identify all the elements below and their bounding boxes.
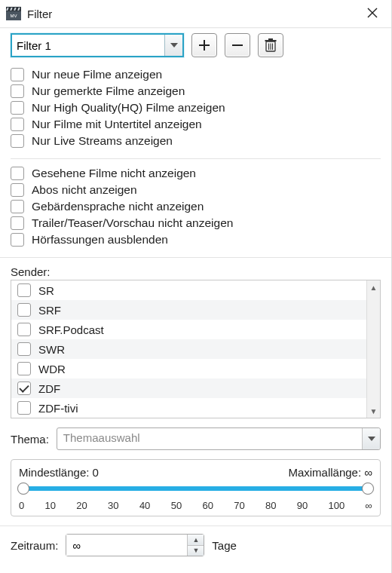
sender-label: Sender:	[0, 262, 391, 280]
zeitraum-unit: Tage	[212, 539, 237, 552]
checkbox-label: Nur gemerkte Filme anzeigen	[32, 84, 185, 98]
slider-tick: 90	[297, 500, 308, 511]
sender-label: SWR	[38, 343, 65, 356]
minus-icon	[231, 39, 243, 51]
checkbox-label: Gesehene Filme nicht anzeigen	[32, 167, 196, 180]
spinner-buttons: ▲ ▼	[187, 535, 204, 556]
thema-placeholder: Themaauswahl	[57, 428, 362, 449]
remove-filter-button[interactable]	[225, 33, 250, 57]
slider-labels: Mindestlänge: 0 Maximallänge: ∞	[19, 466, 372, 479]
toolbar	[0, 29, 391, 65]
chevron-down-icon[interactable]	[362, 428, 380, 449]
zeitraum-input[interactable]	[66, 535, 187, 556]
delete-filter-button[interactable]	[258, 33, 283, 57]
checkbox[interactable]	[11, 200, 24, 213]
slider-tick: 60	[202, 500, 213, 511]
checkbox[interactable]	[11, 183, 24, 197]
checkbox[interactable]	[17, 323, 31, 336]
display-option-row: Nur High Quality(HQ) Filme anzeigen	[11, 100, 381, 116]
divider	[11, 158, 381, 159]
hide-option-row: Gebärdensprache nicht anzeigen	[11, 198, 381, 215]
checkbox[interactable]	[17, 342, 31, 356]
checkbox-label: Abos nicht anzeigen	[32, 183, 137, 197]
close-button[interactable]	[361, 4, 384, 23]
plus-icon	[198, 39, 210, 51]
zeitraum-label: Zeitraum:	[11, 539, 58, 552]
checkbox[interactable]	[17, 381, 31, 395]
sender-row: SWR	[11, 339, 366, 359]
max-length-label: Maximallänge: ∞	[288, 466, 372, 479]
filter-name-input[interactable]	[12, 35, 164, 56]
zeitraum-spinner[interactable]: ▲ ▼	[66, 534, 204, 556]
slider-tick: 50	[171, 500, 182, 511]
zeitraum-row: Zeitraum: ▲ ▼ Tage	[0, 531, 391, 562]
spinner-down-button[interactable]: ▼	[188, 546, 204, 556]
checkbox[interactable]	[11, 118, 24, 131]
scroll-up-button[interactable]: ▲	[367, 280, 380, 294]
checkbox-label: Nur Live Streams anzeigen	[32, 134, 173, 148]
slider-rail	[23, 486, 368, 491]
checkbox-label: Trailer/Teaser/Vorschau nicht anzeigen	[32, 216, 233, 230]
checkbox[interactable]	[11, 167, 24, 180]
chevron-down-icon[interactable]	[164, 35, 182, 56]
scroll-down-button[interactable]: ▼	[367, 404, 380, 418]
checkbox[interactable]	[11, 134, 24, 148]
clapperboard-icon: MV	[6, 7, 21, 20]
add-filter-button[interactable]	[191, 33, 217, 57]
sender-row: ZDF	[11, 378, 366, 398]
slider-thumb-max[interactable]	[362, 483, 374, 495]
display-options-group: Nur neue Filme anzeigenNur gemerkte Film…	[0, 65, 391, 155]
divider	[0, 257, 391, 258]
slider-tick: 70	[234, 500, 244, 511]
thema-row: Thema: Themaauswahl	[0, 424, 391, 456]
checkbox-label: Nur neue Filme anzeigen	[32, 68, 162, 81]
svg-rect-12	[232, 44, 243, 46]
scrollbar[interactable]: ▲ ▼	[366, 280, 380, 418]
sender-label: ZDF-tivi	[38, 402, 78, 415]
checkbox[interactable]	[17, 283, 31, 297]
display-option-row: Nur Filme mit Untertitel anzeigen	[11, 116, 381, 133]
hide-option-row: Gesehene Filme nicht anzeigen	[11, 165, 381, 182]
spinner-up-button[interactable]: ▲	[188, 535, 204, 546]
length-slider-panel: Mindestlänge: 0 Maximallänge: ∞ 01020304…	[11, 459, 381, 516]
slider-tick-labels: 0102030405060708090100∞	[19, 500, 372, 511]
svg-rect-14	[265, 40, 277, 41]
sender-label: SR	[38, 284, 54, 297]
hide-options-group: Gesehene Filme nicht anzeigenAbos nicht …	[0, 164, 391, 254]
slider-tick: 40	[139, 500, 150, 511]
sender-label: WDR	[38, 363, 66, 375]
checkbox-label: Hörfassungen ausblenden	[32, 233, 168, 247]
svg-text:MV: MV	[11, 14, 17, 18]
thema-combo[interactable]: Themaauswahl	[57, 427, 381, 450]
sender-row: SR	[11, 280, 366, 300]
sender-row: ZDF-tivi	[11, 398, 366, 418]
svg-rect-11	[199, 44, 210, 46]
hide-option-row: Hörfassungen ausblenden	[11, 231, 381, 248]
display-option-row: Nur neue Filme anzeigen	[11, 66, 381, 83]
checkbox[interactable]	[11, 68, 24, 81]
slider-thumb-min[interactable]	[17, 483, 29, 495]
checkbox[interactable]	[11, 84, 24, 98]
checkbox[interactable]	[17, 401, 31, 415]
slider-tick: 100	[329, 500, 345, 511]
slider-tick: 30	[108, 500, 118, 511]
hide-option-row: Abos nicht anzeigen	[11, 182, 381, 198]
sender-label: SRF	[38, 304, 61, 317]
sender-row: SRF.Podcast	[11, 320, 366, 339]
length-range-slider[interactable]	[23, 483, 368, 494]
filter-name-combo[interactable]	[11, 33, 184, 57]
checkbox[interactable]	[17, 303, 31, 317]
checkbox-label: Nur Filme mit Untertitel anzeigen	[32, 118, 202, 131]
thema-label: Thema:	[11, 433, 49, 446]
checkbox[interactable]	[11, 233, 24, 247]
close-icon	[367, 8, 378, 18]
checkbox[interactable]	[17, 362, 31, 375]
display-option-row: Nur Live Streams anzeigen	[11, 133, 381, 149]
display-option-row: Nur gemerkte Filme anzeigen	[11, 83, 381, 100]
svg-marker-9	[170, 43, 178, 47]
slider-tick: 0	[19, 500, 24, 511]
checkbox[interactable]	[11, 101, 24, 115]
svg-marker-19	[368, 437, 375, 441]
checkbox-label: Gebärdensprache nicht anzeigen	[32, 200, 204, 213]
checkbox[interactable]	[11, 216, 24, 230]
